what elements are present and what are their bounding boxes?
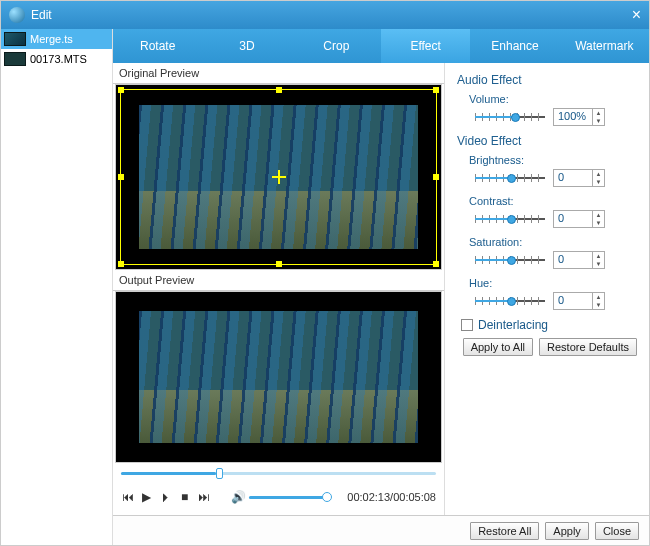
original-preview-label: Original Preview [113,63,444,84]
video-frame-output [139,311,419,444]
effect-panel: Audio Effect Volume: 100% ▲▼ [445,63,649,515]
prev-button[interactable]: ⏮ [121,491,134,504]
file-name: 00173.MTS [30,53,87,65]
apply-to-all-button[interactable]: Apply to All [463,338,533,356]
footer: Restore All Apply Close [113,515,649,545]
file-item-00173[interactable]: 00173.MTS [1,49,112,69]
contrast-input[interactable]: 0▲▼ [553,210,605,228]
saturation-input[interactable]: 0▲▼ [553,251,605,269]
output-preview-label: Output Preview [113,270,444,291]
tab-bar: Rotate 3D Crop Effect Enhance Watermark [113,29,649,63]
deinterlacing-row[interactable]: Deinterlacing [457,318,637,332]
saturation-row: Saturation: 0▲▼ [457,236,637,269]
volume-slider[interactable] [475,111,545,123]
play-button[interactable]: ▶ [140,491,153,504]
volume-row: Volume: 100% ▲▼ [457,93,637,126]
next-frame-button[interactable]: ⏵ [159,491,172,504]
video-frame-original [139,105,419,249]
restore-defaults-button[interactable]: Restore Defaults [539,338,637,356]
saturation-slider[interactable] [475,254,545,266]
titlebar: Edit × [1,1,649,29]
tab-watermark[interactable]: Watermark [560,29,649,63]
hue-row: Hue: 0▲▼ [457,277,637,310]
file-list: Merge.ts 00173.MTS [1,29,113,545]
close-button[interactable]: Close [595,522,639,540]
tab-rotate[interactable]: Rotate [113,29,202,63]
contrast-slider[interactable] [475,213,545,225]
playback-timeline[interactable] [113,463,444,483]
app-logo-icon [9,7,25,23]
brightness-row: Brightness: 0▲▼ [457,154,637,187]
tab-effect[interactable]: Effect [381,29,470,63]
speaker-icon[interactable]: 🔊 [232,491,245,504]
deinterlacing-checkbox[interactable] [461,319,473,331]
audio-effect-heading: Audio Effect [457,73,637,87]
playback-time: 00:02:13/00:05:08 [347,491,436,503]
restore-all-button[interactable]: Restore All [470,522,539,540]
volume-input[interactable]: 100% ▲▼ [553,108,605,126]
playback-controls: ⏮ ▶ ⏵ ■ ⏭ 🔊 00:02:13/00:05:08 [113,483,444,511]
file-name: Merge.ts [30,33,73,45]
contrast-row: Contrast: 0▲▼ [457,195,637,228]
volume-control[interactable]: 🔊 [232,491,329,504]
close-icon[interactable]: × [632,6,641,24]
tab-crop[interactable]: Crop [292,29,381,63]
spin-up-icon[interactable]: ▲ [593,109,604,117]
video-effect-heading: Video Effect [457,134,637,148]
edit-window: Edit × Merge.ts 00173.MTS Rotate 3D Crop… [0,0,650,546]
apply-button[interactable]: Apply [545,522,589,540]
file-thumbnail-icon [4,32,26,46]
tab-enhance[interactable]: Enhance [470,29,559,63]
brightness-input[interactable]: 0▲▼ [553,169,605,187]
tab-3d[interactable]: 3D [202,29,291,63]
hue-slider[interactable] [475,295,545,307]
spin-down-icon[interactable]: ▼ [593,117,604,125]
preview-column: Original Preview Output Preview [113,63,445,515]
file-thumbnail-icon [4,52,26,66]
original-preview[interactable] [115,84,442,270]
brightness-slider[interactable] [475,172,545,184]
output-preview [115,291,442,463]
stop-button[interactable]: ■ [178,491,191,504]
deinterlacing-label: Deinterlacing [478,318,548,332]
window-title: Edit [31,8,52,22]
next-button[interactable]: ⏭ [197,491,210,504]
hue-input[interactable]: 0▲▼ [553,292,605,310]
file-item-merge[interactable]: Merge.ts [1,29,112,49]
